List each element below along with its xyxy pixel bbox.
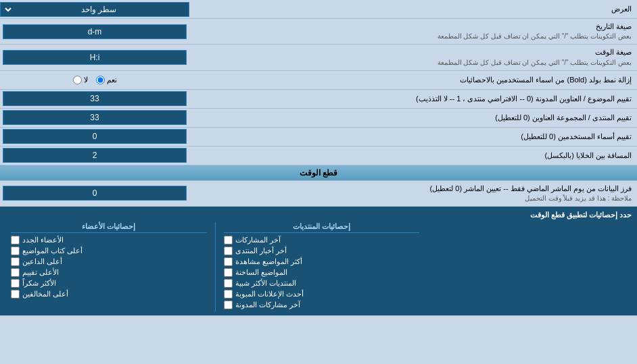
stats-item-members-2: أعلى الداعين xyxy=(11,257,207,266)
remove-bold-radio-container: نعم لا xyxy=(0,74,189,86)
time-format-label: صيغة الوقت بعض التكوينات يتطلب "/" التي … xyxy=(189,45,637,70)
stats-item-posts-0: آخر المشاركات xyxy=(224,236,420,244)
cut-time-row: فرز البيانات من يوم الماشر الماضي فقط --… xyxy=(0,181,637,207)
usernames-order-row: تقييم أسماء المستخدمين (0 للتعطيل) xyxy=(0,128,637,147)
checkbox-posts-3[interactable] xyxy=(224,268,233,277)
checkbox-members-1[interactable] xyxy=(11,246,20,255)
stats-item-posts-6: آخر مشاركات المدونة xyxy=(224,301,420,309)
time-format-row: صيغة الوقت بعض التكوينات يتطلب "/" التي … xyxy=(0,45,637,70)
topic-order-input-container xyxy=(0,90,189,107)
stats-grid: إحصائيات المنتديات آخر المشاركات أخر أخب… xyxy=(5,222,632,311)
forum-group-order-row: تقييم المنتدى / المجموعة العناوين (0 للت… xyxy=(0,109,637,128)
time-format-input-container xyxy=(0,49,189,66)
cut-time-input-container xyxy=(0,184,189,202)
date-format-row: صيغة التاريخ بعض التكوينات يتطلب "/" الت… xyxy=(0,19,637,45)
stats-members-col-title: إحصائيات الأعضاء xyxy=(11,222,207,233)
checkbox-posts-5[interactable] xyxy=(224,290,233,298)
stats-item-posts-3: المواضيع الساخنة xyxy=(224,268,420,277)
display-dropdown-container: سطر واحد سطرين ثلاثة أسطر xyxy=(0,2,189,17)
date-format-label: صيغة التاريخ بعض التكوينات يتطلب "/" الت… xyxy=(189,19,637,44)
time-format-input[interactable] xyxy=(3,50,187,65)
cell-distance-row: المسافة بين الخلايا (بالبكسل) xyxy=(0,147,637,165)
usernames-order-input-container xyxy=(0,128,189,145)
checkbox-posts-4[interactable] xyxy=(224,279,233,288)
checkbox-posts-1[interactable] xyxy=(224,246,233,255)
stats-item-posts-4: المنتديات الأكثر شبية xyxy=(224,279,420,288)
radio-no: لا xyxy=(73,76,88,84)
stats-item-posts-5: أحدث الإعلانات المبوبة xyxy=(224,290,420,298)
radio-yes-label: نعم xyxy=(107,76,117,84)
stats-posts-col-title: إحصائيات المنتديات xyxy=(224,222,420,233)
display-select[interactable]: سطر واحد سطرين ثلاثة أسطر xyxy=(3,4,186,15)
usernames-order-input[interactable] xyxy=(3,129,187,144)
stats-item-members-4: الأكثر شكراً xyxy=(11,279,207,288)
remove-bold-row: إزالة نمط بولد (Bold) من اسماء المستخدمي… xyxy=(0,71,637,90)
radio-yes: نعم xyxy=(96,76,117,84)
checkbox-posts-6[interactable] xyxy=(224,301,233,309)
stats-section-title: حدد إحصائيات لتطبيق قطع الوقت xyxy=(5,211,632,219)
stats-item-posts-1: أخر أخبار المنتدى xyxy=(224,246,420,255)
forum-group-order-label: تقييم المنتدى / المجموعة العناوين (0 للت… xyxy=(189,111,637,125)
cell-distance-input[interactable] xyxy=(3,148,187,163)
date-format-input[interactable] xyxy=(3,24,187,39)
checkbox-members-0[interactable] xyxy=(11,236,20,244)
topic-order-row: تقييم الموضوع / العناوين المدونة (0 -- ا… xyxy=(0,90,637,109)
display-row: العرض سطر واحد سطرين ثلاثة أسطر xyxy=(0,0,637,19)
cut-time-row-label: فرز البيانات من يوم الماشر الماضي فقط --… xyxy=(189,181,637,206)
forum-group-order-input-container xyxy=(0,109,189,126)
stats-divider xyxy=(215,222,216,311)
cell-distance-input-container xyxy=(0,147,189,164)
usernames-order-label: تقييم أسماء المستخدمين (0 للتعطيل) xyxy=(189,130,637,144)
radio-yes-input[interactable] xyxy=(96,76,105,84)
stats-item-members-5: أعلى المخالفين xyxy=(11,290,207,298)
display-label: العرض xyxy=(189,2,637,16)
date-format-input-container xyxy=(0,23,189,41)
stats-item-members-3: الأعلى تقييم xyxy=(11,268,207,277)
checkbox-posts-0[interactable] xyxy=(224,236,233,244)
checkbox-posts-2[interactable] xyxy=(224,257,233,266)
main-container: العرض سطر واحد سطرين ثلاثة أسطر صيغة الت… xyxy=(0,0,637,316)
remove-bold-label: إزالة نمط بولد (Bold) من اسماء المستخدمي… xyxy=(189,73,637,87)
cut-time-header: قطع الوقت xyxy=(0,165,637,181)
checkbox-members-4[interactable] xyxy=(11,279,20,288)
forum-group-order-input[interactable] xyxy=(3,110,187,125)
checkbox-members-2[interactable] xyxy=(11,257,20,266)
cell-distance-label: المسافة بين الخلايا (بالبكسل) xyxy=(189,149,637,163)
stats-members-col: إحصائيات الأعضاء الأعضاء الجدد أعلى كتاب… xyxy=(5,222,212,311)
checkbox-members-3[interactable] xyxy=(11,268,20,277)
stats-posts-col: إحصائيات المنتديات آخر المشاركات أخر أخب… xyxy=(218,222,425,311)
stats-item-posts-2: أكثر المواضيع مشاهدة xyxy=(224,257,420,266)
stats-section: حدد إحصائيات لتطبيق قطع الوقت إحصائيات ا… xyxy=(0,207,637,316)
topic-order-label: تقييم الموضوع / العناوين المدونة (0 -- ا… xyxy=(189,92,637,106)
stats-item-members-1: أعلى كتاب المواضيع xyxy=(11,246,207,255)
radio-no-input[interactable] xyxy=(73,76,82,84)
cut-time-input[interactable] xyxy=(3,186,187,201)
stats-empty-col xyxy=(425,222,632,311)
cut-time-title: قطع الوقت xyxy=(300,168,337,178)
topic-order-input[interactable] xyxy=(3,91,187,106)
checkbox-members-5[interactable] xyxy=(11,290,20,298)
radio-no-label: لا xyxy=(84,76,88,84)
stats-item-members-0: الأعضاء الجدد xyxy=(11,236,207,244)
